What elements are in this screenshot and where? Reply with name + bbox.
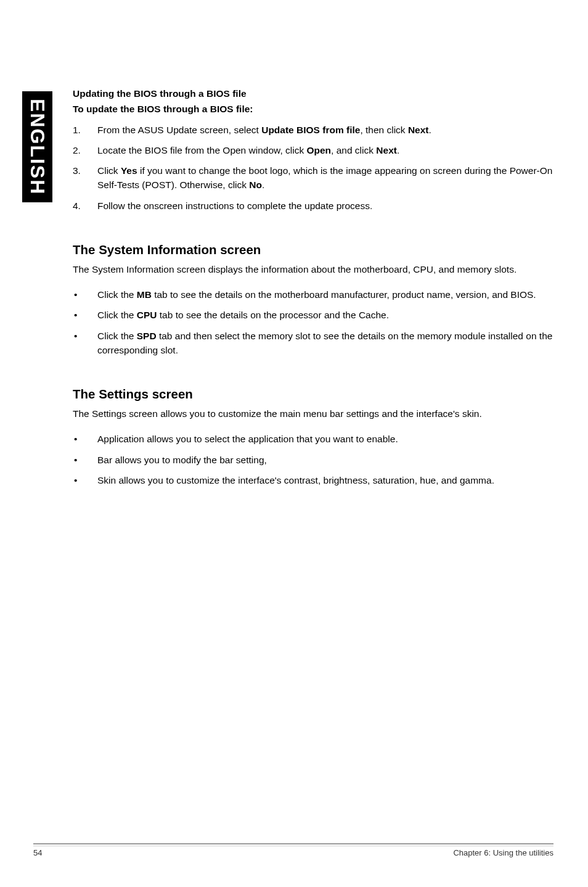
step-number: 4.	[73, 199, 97, 213]
subheading-to-update: To update the BIOS through a BIOS file:	[73, 102, 553, 116]
page-number: 54	[33, 846, 42, 857]
system-info-bullets: • Click the MB tab to see the details on…	[73, 287, 553, 357]
list-item: • Bar allows you to modify the bar setti…	[73, 453, 553, 467]
list-item: • Click the CPU tab to see the details o…	[73, 308, 553, 322]
step-text: Click Yes if you want to change the boot…	[97, 163, 553, 192]
bullet-icon: •	[73, 453, 97, 467]
bullet-text: Click the SPD tab and then select the me…	[97, 329, 553, 358]
step-number: 3.	[73, 163, 97, 192]
step-text: Locate the BIOS file from the Open windo…	[97, 143, 553, 157]
list-item: • Click the MB tab to see the details on…	[73, 287, 553, 302]
heading-system-information: The System Information screen	[73, 242, 553, 257]
step-text: Follow the onscreen instructions to comp…	[97, 199, 553, 213]
page-content: Updating the BIOS through a BIOS file To…	[73, 86, 553, 493]
bullet-icon: •	[73, 432, 97, 446]
page-footer: 54 Chapter 6: Using the utilities	[33, 843, 553, 857]
settings-body: The Settings screen allows you to custom…	[73, 406, 553, 421]
bullet-icon: •	[73, 308, 97, 322]
step-text: From the ASUS Update screen, select Upda…	[97, 123, 553, 137]
list-item: • Skin allows you to customize the inter…	[73, 473, 553, 487]
step-number: 1.	[73, 123, 97, 137]
system-info-body: The System Information screen displays t…	[73, 262, 553, 276]
bullet-text: Application allows you to select the app…	[97, 432, 553, 446]
list-item: 1. From the ASUS Update screen, select U…	[73, 123, 553, 137]
bullet-text: Bar allows you to modify the bar setting…	[97, 453, 553, 467]
bullet-text: Click the MB tab to see the details on t…	[97, 287, 553, 302]
list-item: • Application allows you to select the a…	[73, 432, 553, 446]
list-item: 2. Locate the BIOS file from the Open wi…	[73, 143, 553, 157]
bullet-icon: •	[73, 473, 97, 487]
bullet-icon: •	[73, 287, 97, 302]
chapter-label: Chapter 6: Using the utilities	[453, 846, 553, 857]
language-tab: ENGLISH	[22, 91, 52, 202]
update-steps-list: 1. From the ASUS Update screen, select U…	[73, 123, 553, 213]
settings-bullets: • Application allows you to select the a…	[73, 432, 553, 487]
bullet-text: Click the CPU tab to see the details on …	[97, 308, 553, 322]
step-number: 2.	[73, 143, 97, 157]
heading-settings-screen: The Settings screen	[73, 387, 553, 402]
bullet-icon: •	[73, 329, 97, 358]
list-item: 4. Follow the onscreen instructions to c…	[73, 199, 553, 213]
subheading-update-bios: Updating the BIOS through a BIOS file	[73, 86, 553, 101]
list-item: • Click the SPD tab and then select the …	[73, 329, 553, 358]
bullet-text: Skin allows you to customize the interfa…	[97, 473, 553, 487]
list-item: 3. Click Yes if you want to change the b…	[73, 163, 553, 192]
